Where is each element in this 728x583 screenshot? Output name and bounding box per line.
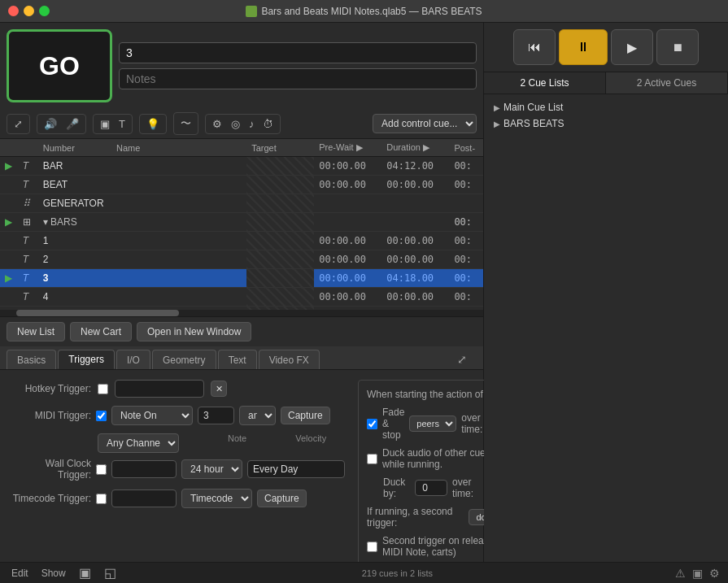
tab-io[interactable]: I/O (116, 350, 150, 369)
light-btn[interactable]: 💡 (143, 116, 163, 132)
gear-btn[interactable]: ⚙ (209, 116, 225, 132)
table-row[interactable]: ▶ T BAR 00:00.00 04:12.00 00: (0, 157, 483, 176)
wall-clock-checkbox[interactable] (96, 464, 107, 475)
duration-cell (381, 213, 449, 232)
new-cart-button[interactable]: New Cart (70, 322, 132, 342)
post-cell: 00: (449, 232, 483, 250)
tab-geometry[interactable]: Geometry (152, 350, 216, 369)
midi-type-select[interactable]: Note On (111, 406, 193, 425)
wall-clock-format-select[interactable]: 24 hour (181, 459, 242, 479)
midi-channel-type-select[interactable]: Any Channel (98, 433, 179, 453)
wall-clock-trigger-row: Wall Clock Trigger: 24 hour (10, 458, 345, 481)
tab-active-cues[interactable]: 2 Active Cues (606, 72, 728, 94)
timecode-checkbox[interactable] (96, 494, 107, 504)
close-button[interactable] (8, 6, 19, 16)
titlebar: Bars and Beats MIDI Notes.qlab5 — BARS B… (0, 0, 728, 23)
display-icon-btn[interactable]: ▣ (692, 567, 703, 580)
tab-cue-lists[interactable]: 2 Cue Lists (484, 72, 606, 94)
tab-triggers[interactable]: Triggers (58, 350, 115, 369)
show-button[interactable]: Show (38, 565, 69, 581)
tab-videofx[interactable]: Video FX (259, 350, 320, 369)
midi-capture-btn[interactable]: Capture (281, 407, 330, 424)
expand-inspector-btn[interactable]: ⤢ (447, 350, 477, 369)
type-cell: T (18, 288, 38, 307)
timecode-capture-btn[interactable]: Capture (257, 489, 307, 507)
wall-clock-time-input[interactable] (111, 460, 177, 478)
display-btn2[interactable]: T (116, 116, 129, 132)
prewait-cell: 00:00.00 (314, 157, 381, 176)
play-button[interactable]: ▶ (611, 29, 653, 65)
maximize-button[interactable] (39, 6, 50, 16)
window-controls[interactable] (8, 6, 50, 16)
table-row[interactable]: ⠿ GENERATOR (0, 194, 483, 213)
name-cell (111, 250, 246, 269)
panel-toggle-2[interactable]: ◱ (101, 565, 120, 581)
pause-button[interactable]: ⏸ (559, 29, 608, 65)
tab-basics[interactable]: Basics (7, 350, 56, 369)
transport: ⏮ ⏸ ▶ ⏹ (484, 23, 728, 72)
table-row[interactable]: T BEAT 00:00.00 00:00.00 00: (0, 176, 483, 194)
midi-checkbox[interactable] (96, 411, 107, 421)
right-spacer (484, 344, 728, 584)
list-name-bars: BARS BEATS (503, 118, 564, 129)
table-row[interactable]: T 4 00:00.00 00:00.00 00: (0, 288, 483, 307)
second-trigger-release-checkbox[interactable] (367, 542, 377, 552)
cue-table-container[interactable]: Number Name Target Pre-Wait ▶ Duration ▶… (0, 139, 483, 310)
cue-lists-tabs: 2 Cue Lists 2 Active Cues (484, 72, 728, 94)
scrollbar-area[interactable] (0, 310, 483, 316)
audio-btn[interactable]: 🔊 (41, 116, 60, 132)
midi-note-input[interactable] (198, 407, 234, 424)
group-name-cell: ▾ BARS (38, 213, 246, 232)
go-button[interactable]: GO (7, 29, 112, 102)
inspector-content: Hotkey Trigger: ✕ MIDI Trigger: Note On … (0, 370, 483, 583)
mic-btn[interactable]: 🎤 (63, 116, 82, 132)
midi-channel-select[interactable]: any (239, 406, 276, 425)
display-btn1[interactable]: ▣ (97, 116, 113, 132)
scrollbar-thumb[interactable] (16, 310, 179, 316)
table-row[interactable]: T 2 00:00.00 00:00.00 00: (0, 250, 483, 269)
clock-btn[interactable]: ⏱ (259, 116, 277, 132)
skip-back-button[interactable]: ⏮ (513, 29, 556, 65)
cue-number-input[interactable] (119, 42, 477, 63)
fade-stop-checkbox[interactable] (367, 419, 377, 429)
duck-checkbox[interactable] (367, 454, 377, 464)
list-item-bars[interactable]: ▶ BARS BEATS (489, 115, 723, 132)
list-item-main[interactable]: ▶ Main Cue List (489, 99, 723, 115)
play-cell (0, 194, 18, 213)
timecode-format-select[interactable]: Timecode (181, 489, 252, 508)
tab-text[interactable]: Text (218, 350, 257, 369)
toolbar-group-audio: 🔊 🎤 (37, 114, 86, 134)
type-cell: ⊞ (18, 213, 38, 232)
minimize-button[interactable] (24, 6, 34, 16)
circle-btn[interactable]: ◎ (228, 116, 243, 132)
table-row[interactable]: T 1 00:00.00 00:00.00 00: (0, 232, 483, 250)
arrow-main: ▶ (494, 103, 500, 112)
velocity-label: Velocity (295, 433, 326, 453)
fullscreen-btn[interactable]: ⤢ (11, 116, 26, 132)
duck-by-input[interactable] (415, 480, 447, 496)
stop-button[interactable]: ⏹ (656, 29, 699, 65)
table-row[interactable]: ▶ T 3 00:00.00 04:18.00 00: (0, 269, 483, 288)
hotkey-input[interactable] (115, 380, 204, 398)
timecode-input[interactable] (111, 489, 177, 507)
hotkey-clear-btn[interactable]: ✕ (211, 381, 227, 397)
wave-btn[interactable]: 〜 (177, 115, 194, 133)
cue-notes-input[interactable] (119, 68, 477, 89)
warning-icon-btn[interactable]: ⚠ (675, 567, 686, 580)
edit-button[interactable]: Edit (8, 565, 32, 581)
name-cell (111, 157, 246, 176)
target-cell (246, 194, 314, 213)
music-btn[interactable]: ♪ (246, 116, 258, 132)
add-cue-select[interactable]: Add control cue... (373, 114, 477, 133)
panel-toggle-1[interactable]: ▣ (76, 565, 94, 581)
play-cell: ▶ (0, 157, 18, 176)
number-cell: 2 (38, 250, 111, 269)
table-row[interactable]: ▶ ⊞ ▾ BARS 00: (0, 213, 483, 232)
settings-icon-btn[interactable]: ⚙ (709, 567, 720, 580)
hotkey-checkbox[interactable] (98, 384, 108, 394)
cue-lists-content: ▶ Main Cue List ▶ BARS BEATS (484, 94, 728, 344)
open-new-window-button[interactable]: Open in New Window (137, 322, 251, 342)
fade-stop-type-select[interactable]: peers (409, 415, 456, 432)
post-cell (449, 194, 483, 213)
new-list-button[interactable]: New List (7, 322, 65, 342)
